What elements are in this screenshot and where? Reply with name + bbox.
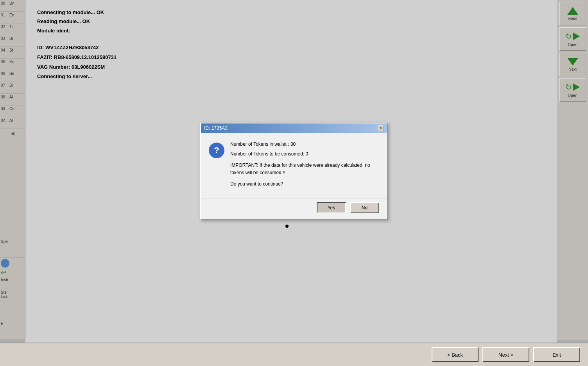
dialog-titlebar: ID: 1735A3 × [201, 123, 387, 133]
back-button[interactable]: < Back [432, 347, 479, 362]
dialog-title: ID: 1735A3 [204, 125, 228, 131]
dialog-text: Number of Tokens in wallet : 30 Number o… [230, 141, 379, 191]
continue-text: Do you want to continue? [230, 180, 379, 188]
dialog-close-button[interactable]: × [378, 125, 384, 131]
next-button[interactable]: Next > [482, 347, 529, 362]
bottom-toolbar: < Back Next > Exit [0, 343, 588, 366]
yes-button[interactable]: Yes [317, 202, 346, 213]
mouse-cursor [285, 225, 289, 228]
dialog-question-icon: ? [209, 143, 224, 158]
dialog-body: ? Number of Tokens in wallet : 30 Number… [201, 133, 387, 198]
important-text: IMPORTANT: If the data for this vehicle … [230, 162, 379, 177]
tokens-consumed: Number of Tokens to be consumed: 0 [230, 150, 379, 158]
tokens-in-wallet: Number of Tokens in wallet : 30 [230, 141, 379, 148]
dialog-footer: Yes No [201, 198, 387, 219]
dialog-overlay: ID: 1735A3 × ? Number of Tokens in walle… [0, 0, 588, 343]
dialog: ID: 1735A3 × ? Number of Tokens in walle… [200, 123, 388, 220]
exit-button[interactable]: Exit [533, 347, 580, 362]
no-button[interactable]: No [350, 202, 379, 213]
